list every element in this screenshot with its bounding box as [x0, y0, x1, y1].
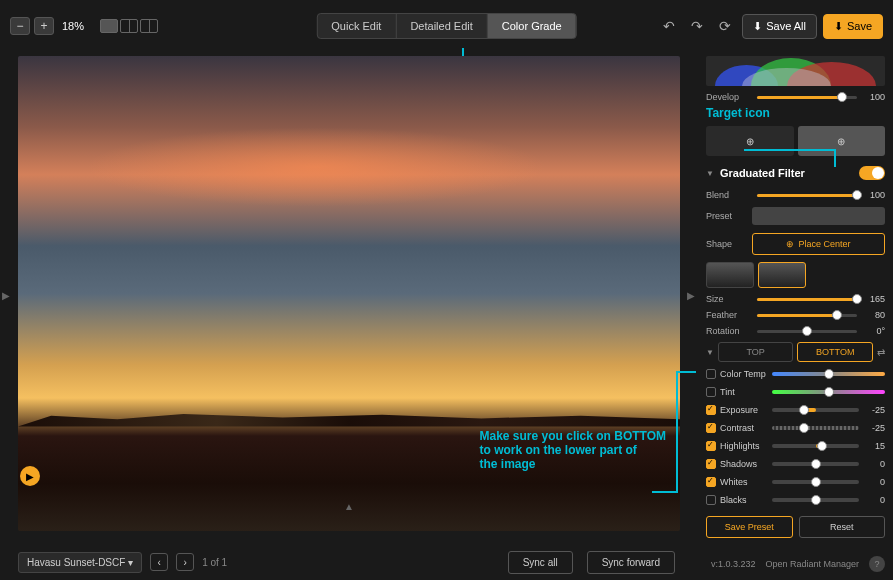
reset-button[interactable]: Reset [799, 516, 886, 538]
annotation-target-icon: Target icon [706, 106, 885, 120]
highlights-value: 15 [863, 441, 885, 451]
help-icon[interactable]: ? [869, 556, 885, 572]
contrast-value: -25 [863, 423, 885, 433]
exposure-slider[interactable] [772, 408, 859, 412]
bottom-tab[interactable]: BOTTOM [797, 342, 873, 362]
rotation-value: 0° [863, 326, 885, 336]
shape-linear[interactable] [706, 262, 754, 288]
preset-dropdown[interactable] [752, 207, 885, 225]
tint-check[interactable] [706, 387, 716, 397]
tint-label: Tint [720, 387, 768, 397]
crosshair-icon: ⊕ [786, 239, 794, 249]
sync-all-button[interactable]: Sync all [508, 551, 573, 574]
shadows-label: Shadows [720, 459, 768, 469]
rotation-label: Rotation [706, 326, 751, 336]
collapse-icon[interactable]: ▼ [706, 169, 714, 178]
shadows-value: 0 [863, 459, 885, 469]
image-canvas[interactable]: ▶ Make sure you click on BOTTOM to work … [18, 56, 680, 531]
sync-forward-button[interactable]: Sync forward [587, 551, 675, 574]
whites-check[interactable] [706, 477, 716, 487]
global-adjust-tab[interactable]: ⊕ [706, 126, 794, 156]
blacks-value: 0 [863, 495, 885, 505]
edit-mode-tabs: Quick Edit Detailed Edit Color Grade [316, 13, 576, 39]
develop-label: Develop [706, 92, 751, 102]
right-panel-handle[interactable]: ▶ [687, 290, 695, 306]
zoom-out-button[interactable]: − [10, 17, 30, 35]
save-button[interactable]: ⬇Save [823, 14, 883, 39]
filename-dropdown[interactable]: Havasu Sunset-DSCF ▾ [18, 552, 142, 573]
tb-collapse-icon[interactable]: ▼ [706, 348, 714, 357]
reset-icon[interactable]: ⟳ [714, 15, 736, 37]
exposure-check[interactable] [706, 405, 716, 415]
shadows-check[interactable] [706, 459, 716, 469]
link-icon[interactable]: ⇄ [877, 347, 885, 358]
rotation-slider[interactable] [757, 330, 857, 333]
blacks-label: Blacks [720, 495, 768, 505]
exposure-label: Exposure [720, 405, 768, 415]
blacks-check[interactable] [706, 495, 716, 505]
preset-label: Preset [706, 211, 746, 221]
target-adjust-tab[interactable]: ⊕ [798, 126, 886, 156]
contrast-check[interactable] [706, 423, 716, 433]
histogram [706, 56, 885, 86]
next-button[interactable]: › [176, 553, 194, 571]
undo-icon[interactable]: ↶ [658, 15, 680, 37]
develop-slider[interactable] [757, 96, 857, 99]
open-radiant-link[interactable]: Open Radiant Manager [765, 559, 859, 569]
zoom-level: 18% [62, 20, 84, 32]
shape-reflected[interactable] [758, 262, 806, 288]
tint-slider[interactable] [772, 390, 885, 394]
blend-label: Blend [706, 190, 751, 200]
blacks-slider[interactable] [772, 498, 859, 502]
save-preset-button[interactable]: Save Preset [706, 516, 793, 538]
prev-button[interactable]: ‹ [150, 553, 168, 571]
view-compare-icon[interactable] [140, 19, 158, 33]
whites-slider[interactable] [772, 480, 859, 484]
colortemp-label: Color Temp [720, 369, 768, 379]
highlights-check[interactable] [706, 441, 716, 451]
develop-value: 100 [863, 92, 885, 102]
tab-quick-edit[interactable]: Quick Edit [317, 14, 396, 38]
page-info: 1 of 1 [202, 557, 227, 568]
version-label: v:1.0.3.232 [711, 559, 756, 569]
download-icon: ⬇ [834, 20, 843, 33]
playhead-marker[interactable]: ▶ [20, 466, 40, 486]
size-slider[interactable] [757, 298, 857, 301]
collapse-up-icon[interactable]: ▲ [344, 501, 354, 512]
redo-icon[interactable]: ↷ [686, 15, 708, 37]
section-toggle[interactable] [859, 166, 885, 180]
whites-value: 0 [863, 477, 885, 487]
save-all-button[interactable]: ⬇Save All [742, 14, 817, 39]
exposure-value: -25 [863, 405, 885, 415]
blend-slider[interactable] [757, 194, 857, 197]
feather-label: Feather [706, 310, 751, 320]
view-split-icon[interactable] [120, 19, 138, 33]
target-icon: ⊕ [837, 136, 845, 147]
view-single-icon[interactable] [100, 19, 118, 33]
size-label: Size [706, 294, 751, 304]
section-title: Graduated Filter [720, 167, 853, 179]
annotation-bottom-note: Make sure you click on BOTTOM to work on… [480, 429, 667, 471]
download-icon: ⬇ [753, 20, 762, 33]
contrast-label: Contrast [720, 423, 768, 433]
top-tab[interactable]: TOP [718, 342, 794, 362]
highlights-label: Highlights [720, 441, 768, 451]
shadows-slider[interactable] [772, 462, 859, 466]
place-center-button[interactable]: ⊕Place Center [752, 233, 885, 255]
feather-slider[interactable] [757, 314, 857, 317]
feather-value: 80 [863, 310, 885, 320]
whites-label: Whites [720, 477, 768, 487]
colortemp-check[interactable] [706, 369, 716, 379]
contrast-slider[interactable] [772, 426, 859, 430]
zoom-in-button[interactable]: + [34, 17, 54, 35]
tab-color-grade[interactable]: Color Grade [488, 14, 576, 38]
highlights-slider[interactable] [772, 444, 859, 448]
blend-value: 100 [863, 190, 885, 200]
shape-label: Shape [706, 239, 746, 249]
tab-detailed-edit[interactable]: Detailed Edit [396, 14, 487, 38]
globe-icon: ⊕ [746, 136, 754, 147]
size-value: 165 [863, 294, 885, 304]
colortemp-slider[interactable] [772, 372, 885, 376]
